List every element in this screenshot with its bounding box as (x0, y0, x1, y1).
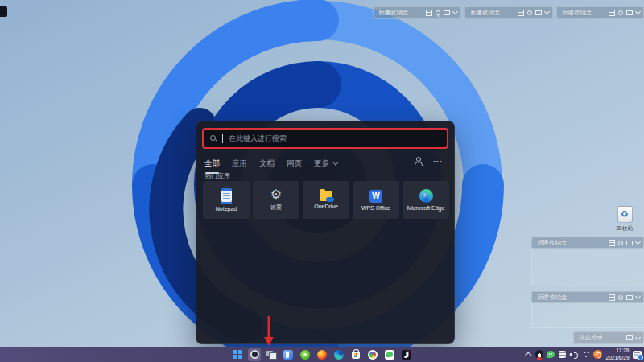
chevron-down-icon[interactable] (544, 9, 550, 14)
tab-web[interactable]: 网页 (287, 158, 302, 169)
desktop-assistant-title: 桌面助手 (579, 334, 626, 342)
firefox-button[interactable] (316, 348, 328, 361)
app-tile-wps[interactable]: W WPS Office (353, 181, 399, 219)
storage-box-title: 新建收纳盒 (537, 294, 609, 302)
pin-icon[interactable] (618, 295, 623, 300)
desktop-assistant-bar[interactable]: 桌面助手 (573, 331, 644, 344)
search-icon (210, 135, 217, 142)
edge-icon (334, 350, 344, 360)
chevron-down-icon[interactable] (635, 239, 641, 245)
account-icon[interactable] (414, 157, 423, 166)
tab-more[interactable]: 更多 (314, 158, 336, 169)
pin-icon[interactable] (618, 10, 623, 15)
clock-date: 2021/6/29 (606, 355, 630, 361)
chevron-down-icon (332, 160, 338, 166)
qq-icon[interactable] (535, 350, 543, 359)
chevron-down-icon[interactable] (635, 334, 641, 339)
list-icon[interactable] (426, 10, 432, 16)
store-button[interactable] (349, 348, 362, 361)
edge-button[interactable] (332, 348, 345, 361)
storage-box-content (531, 303, 644, 328)
storage-box-title: 新建收纳盒 (378, 9, 426, 17)
chevron-down-icon[interactable] (635, 9, 641, 14)
action-center-icon[interactable] (633, 351, 642, 359)
microsoft-store-icon (352, 352, 360, 359)
task-view-button[interactable] (265, 348, 278, 361)
storage-box-content (531, 249, 644, 286)
widgets-icon (283, 350, 293, 360)
wechat-icon (385, 350, 394, 360)
search-flyout-panel: 在此键入进行搜索 全部 应用 文档 网页 更多 ••• 热门应用 Notepad… (196, 121, 455, 344)
pin-icon[interactable] (436, 10, 440, 15)
system-tray: 17:28 2021/6/29 (526, 347, 642, 362)
widgets-button[interactable] (282, 348, 295, 361)
ime-icon[interactable] (559, 351, 566, 358)
minimize-icon[interactable] (626, 295, 633, 300)
360-icon[interactable] (593, 350, 602, 359)
list-icon[interactable] (609, 10, 615, 16)
recycle-icon: ♻ (617, 206, 633, 223)
search-icon (250, 350, 259, 359)
chevron-down-icon[interactable] (635, 294, 641, 299)
recycle-bin-label: 回收站 (609, 224, 641, 232)
media-app-icon (368, 350, 378, 360)
minimize-icon[interactable] (626, 10, 633, 15)
green-app-icon (300, 350, 310, 360)
partial-desktop-icon (0, 6, 7, 17)
storage-box-titlebar[interactable]: 新建收纳盒 (373, 6, 461, 19)
app-tile-edge[interactable]: Microsoft Edge (402, 181, 449, 219)
top-apps-section-title: 热门应用 (204, 171, 230, 180)
media-app-button[interactable] (366, 348, 379, 361)
storage-box-titlebar[interactable]: 新建收纳盒 (531, 237, 644, 249)
task-view-icon (266, 351, 276, 359)
start-button[interactable] (231, 348, 244, 361)
pin-icon[interactable] (527, 10, 532, 15)
storage-box-titlebar[interactable]: 新建收纳盒 (464, 6, 553, 19)
chevron-up-icon[interactable] (525, 352, 531, 358)
app-tile-onedrive[interactable]: OneDrive (303, 181, 349, 219)
firefox-icon (317, 350, 327, 360)
onedrive-icon (320, 191, 332, 201)
search-input[interactable]: 在此键入进行搜索 (202, 128, 448, 149)
green-app-button[interactable] (299, 348, 312, 361)
settings-gear-icon: ⚙ (270, 188, 282, 201)
taskbar: 17:28 2021/6/29 (0, 347, 644, 362)
minimize-icon[interactable] (626, 241, 633, 245)
list-icon[interactable] (518, 10, 524, 16)
windows-logo-icon (233, 350, 242, 359)
storage-box-title: 新建收纳盒 (537, 239, 609, 247)
app-tile-settings[interactable]: ⚙ 设置 (253, 181, 299, 219)
list-icon[interactable] (609, 240, 615, 246)
search-filter-tabs: 全部 应用 文档 网页 更多 (204, 158, 336, 169)
volume-icon[interactable] (569, 351, 578, 359)
storage-box-titlebar[interactable]: 新建收纳盒 (531, 291, 644, 303)
text-caret (222, 134, 223, 143)
notepad-icon (221, 188, 232, 204)
minimize-icon[interactable] (444, 10, 450, 15)
storage-box-titlebar[interactable]: 新建收纳盒 (556, 6, 644, 19)
edge-icon (419, 189, 433, 203)
wechat-icon[interactable] (547, 351, 555, 358)
top-apps-row: Notepad ⚙ 设置 OneDrive W WPS Office Micro… (203, 181, 449, 219)
douyin-button[interactable] (400, 348, 413, 361)
tab-documents[interactable]: 文档 (259, 158, 275, 169)
wps-icon: W (369, 190, 382, 203)
network-icon[interactable] (582, 351, 590, 358)
pin-icon[interactable] (618, 241, 623, 245)
tab-apps[interactable]: 应用 (232, 158, 247, 169)
tab-all[interactable]: 全部 (204, 158, 220, 169)
chevron-down-icon[interactable] (452, 9, 458, 14)
douyin-icon (402, 350, 411, 360)
search-button[interactable] (248, 348, 261, 361)
search-placeholder: 在此键入进行搜索 (229, 134, 287, 144)
recycle-bin[interactable]: ♻ 回收站 (609, 206, 641, 232)
app-tile-notepad[interactable]: Notepad (203, 181, 250, 219)
ellipsis-icon[interactable]: ••• (433, 158, 443, 164)
minimize-icon[interactable] (626, 335, 633, 340)
wechat-button[interactable] (383, 348, 396, 361)
minimize-icon[interactable] (535, 10, 542, 15)
clock-time: 17:28 (606, 348, 630, 354)
list-icon[interactable] (609, 294, 615, 301)
storage-box-title: 新建收纳盒 (470, 9, 518, 17)
clock[interactable]: 17:28 2021/6/29 (606, 348, 630, 360)
